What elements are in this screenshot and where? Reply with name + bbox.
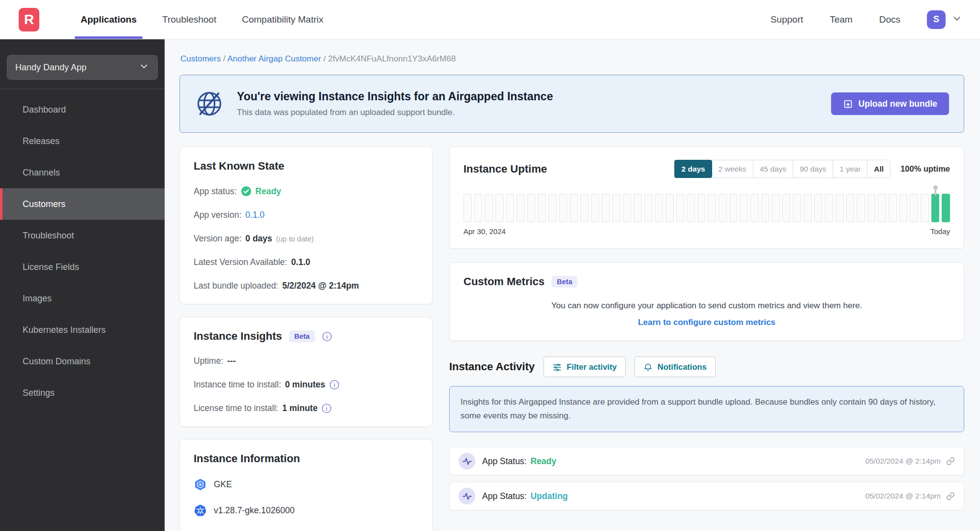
link-icon[interactable]: [946, 457, 955, 466]
breadcrumb-separator: /: [223, 54, 226, 63]
range-90-days[interactable]: 90 days: [793, 160, 833, 178]
link-team[interactable]: Team: [830, 14, 852, 25]
range-45-days[interactable]: 45 days: [753, 160, 793, 178]
uptime-bar: [538, 194, 546, 222]
uptime-bar: [825, 194, 833, 222]
uptime-bar: [570, 194, 578, 222]
custom-metrics-description: You can now configure your application t…: [463, 301, 950, 311]
app-version-label: App version:: [194, 210, 241, 220]
activity-event-row[interactable]: App Status: Updating 05/02/2024 @ 2:14pm: [449, 482, 964, 510]
sidebar-item-troubleshoot[interactable]: Troubleshoot: [0, 220, 165, 251]
breadcrumb-customer-name[interactable]: Another Airgap Customer: [227, 54, 321, 63]
uptime-bar: [485, 194, 493, 222]
info-icon[interactable]: [329, 380, 340, 390]
uptime-bar: [495, 194, 504, 222]
breadcrumb-instance-id: 2fvMcK4NFuALfnonn1Y3xA6rM68: [328, 54, 456, 63]
sidebar-nav: Dashboard Releases Channels Customers Tr…: [0, 94, 165, 409]
tab-troubleshoot[interactable]: Troubleshoot: [149, 0, 229, 39]
app-selector[interactable]: Handy Dandy App: [7, 55, 158, 80]
uptime-bars: [463, 194, 950, 222]
uptime-value: ---: [227, 356, 235, 366]
airgap-history-notice: Insights for this Airgapped Instance are…: [449, 386, 964, 432]
uptime-bar: [655, 194, 663, 222]
activity-event-row[interactable]: App Status: Ready 05/02/2024 @ 2:14pm: [449, 447, 964, 475]
uptime-bar: [878, 194, 886, 222]
instance-uptime-card: Instance Uptime 2 days 2 weeks 45 days 9…: [449, 147, 964, 249]
sidebar-item-license-fields[interactable]: License Fields: [0, 251, 165, 283]
uptime-bar: [867, 194, 876, 222]
account-menu[interactable]: S: [927, 10, 962, 29]
uptime-bar: [857, 194, 865, 222]
sidebar-item-customers[interactable]: Customers: [0, 188, 165, 220]
sidebar-item-settings[interactable]: Settings: [0, 377, 165, 409]
replicated-logo[interactable]: R: [19, 8, 39, 31]
range-all[interactable]: All: [867, 160, 891, 178]
tab-compatibility-matrix[interactable]: Compatibility Matrix: [229, 0, 336, 39]
link-icon[interactable]: [946, 492, 955, 501]
event-value: Updating: [530, 491, 568, 502]
avatar[interactable]: S: [927, 10, 946, 29]
uptime-bar: [602, 194, 610, 222]
event-timestamp: 05/02/2024 @ 2:14pm: [865, 457, 941, 466]
upload-new-bundle-button[interactable]: Upload new bundle: [831, 92, 949, 115]
license-time-value: 1 minute: [282, 403, 317, 413]
info-icon[interactable]: [321, 403, 332, 413]
sidebar-item-kubernetes-installers[interactable]: Kubernetes Installers: [0, 314, 165, 346]
link-support[interactable]: Support: [771, 14, 804, 25]
instance-activity-title: Instance Activity: [449, 360, 535, 373]
sidebar-item-images[interactable]: Images: [0, 283, 165, 314]
uptime-bar: [761, 194, 770, 222]
uptime-bar: [942, 194, 950, 222]
range-2-weeks[interactable]: 2 weeks: [712, 160, 753, 178]
latest-version-value: 0.1.0: [291, 257, 310, 267]
uptime-bar: [719, 194, 727, 222]
uptime-bar: [612, 194, 621, 222]
check-circle-icon: [241, 186, 252, 197]
uptime-bar: [729, 194, 738, 222]
top-header: R Applications Troubleshoot Compatibilit…: [0, 0, 980, 39]
uptime-bar: [644, 194, 653, 222]
upload-icon: [843, 99, 853, 109]
instance-insights-card: Instance Insights Beta Uptime: --- Insta…: [179, 317, 432, 427]
filter-activity-button[interactable]: Filter activity: [544, 356, 626, 377]
sidebar-item-dashboard[interactable]: Dashboard: [0, 94, 165, 125]
card-title: Custom Metrics: [463, 275, 545, 288]
uptime-bar: [676, 194, 685, 222]
range-1-year[interactable]: 1 year: [833, 160, 867, 178]
uptime-bar: [517, 194, 525, 222]
uptime-bar: [580, 194, 589, 222]
breadcrumb-customers[interactable]: Customers: [180, 54, 221, 63]
bell-icon: [643, 362, 653, 372]
uptime-bar: [846, 194, 855, 222]
distribution-value: GKE: [214, 479, 232, 490]
app-status-label: App status:: [194, 186, 237, 197]
uptime-bar: [527, 194, 536, 222]
event-timestamp: 05/02/2024 @ 2:14pm: [865, 492, 941, 501]
sidebar-item-channels[interactable]: Channels: [0, 157, 165, 188]
app-version-link[interactable]: 0.1.0: [245, 210, 264, 220]
tab-applications[interactable]: Applications: [68, 0, 149, 39]
uptime-bar: [910, 194, 918, 222]
uptime-bar: [634, 194, 642, 222]
notifications-button[interactable]: Notifications: [634, 356, 716, 377]
beta-badge: Beta: [551, 276, 577, 288]
uptime-start-label: Apr 30, 2024: [463, 227, 506, 236]
uptime-label: Uptime:: [194, 356, 223, 366]
uptime-bar: [623, 194, 631, 222]
sidebar-item-releases[interactable]: Releases: [0, 125, 165, 157]
link-docs[interactable]: Docs: [879, 14, 900, 25]
info-icon[interactable]: [322, 331, 332, 342]
configure-custom-metrics-link[interactable]: Learn to configure custom metrics: [463, 318, 950, 327]
event-label: App Status:: [482, 456, 526, 467]
instance-information-card: Instance Information GKE: [179, 439, 432, 531]
uptime-bar: [782, 194, 791, 222]
event-value: Ready: [530, 456, 556, 467]
range-2-days[interactable]: 2 days: [674, 160, 712, 178]
instance-time-value: 0 minutes: [285, 380, 325, 390]
sidebar-item-custom-domains[interactable]: Custom Domains: [0, 346, 165, 377]
pulse-icon: [459, 488, 475, 504]
airgap-banner: You're viewing Instance Insights for an …: [179, 75, 964, 133]
latest-version-label: Latest Version Available:: [194, 257, 287, 267]
chevron-down-icon: [139, 61, 149, 74]
uptime-bar: [697, 194, 706, 222]
